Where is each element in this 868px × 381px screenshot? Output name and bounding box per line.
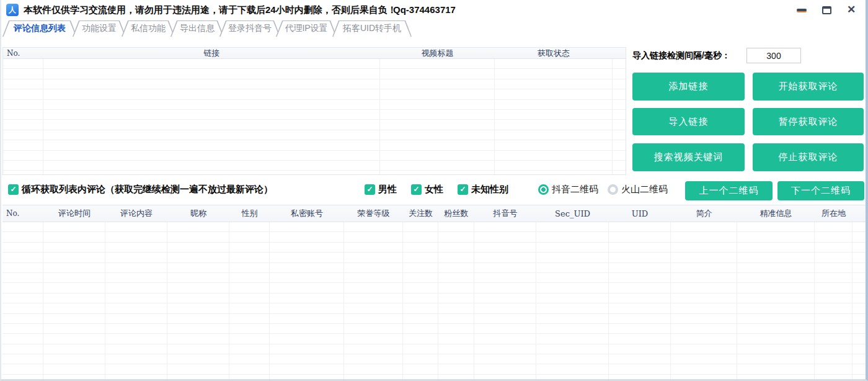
table-cell	[403, 364, 438, 374]
table-cell	[3, 89, 43, 99]
female-checkbox[interactable]: ✓女性	[411, 182, 443, 196]
close-button[interactable]: ✕	[846, 4, 857, 16]
start-fetch-comments-button[interactable]: 开始获取评论	[753, 73, 864, 101]
maximize-button[interactable]	[821, 4, 832, 16]
table-row	[2, 364, 866, 374]
table-row	[3, 151, 626, 161]
table-cell	[613, 120, 626, 129]
table-cell	[536, 263, 609, 272]
table-cell	[167, 344, 229, 354]
table-cell	[536, 253, 609, 262]
table-cell	[2, 344, 43, 354]
table-cell	[229, 222, 270, 231]
table-cell	[270, 364, 344, 374]
table-cell	[105, 354, 167, 364]
table-cell	[43, 151, 380, 160]
table-cell	[815, 375, 852, 379]
checkbox-checked-icon: ✓	[458, 184, 468, 195]
table-cell	[609, 253, 671, 262]
table-cell	[270, 303, 344, 313]
stop-fetch-comments-button[interactable]: 停止获取评论	[753, 143, 864, 171]
tab-label: 功能设置	[73, 20, 126, 37]
table-cell	[380, 140, 495, 150]
table-cell	[671, 354, 737, 364]
huoshan-qr-radio[interactable]: 火山二维码	[608, 182, 668, 196]
table-cell	[474, 283, 536, 292]
table-cell	[105, 253, 167, 262]
table-cell	[167, 354, 229, 364]
column-header: 私密账号	[270, 205, 344, 222]
search-video-keywords-button[interactable]: 搜索视频关键词	[632, 143, 745, 171]
table-cell	[737, 334, 815, 343]
table-cell	[403, 314, 438, 323]
table-cell	[105, 243, 167, 252]
interval-input[interactable]	[746, 48, 801, 63]
table-cell	[270, 324, 344, 333]
tab-comment-info-list[interactable]: 评论信息列表	[2, 20, 77, 37]
import-links-button[interactable]: 导入链接	[632, 108, 745, 135]
table-cell	[495, 120, 613, 129]
tab-export-info[interactable]: 导出信息	[170, 20, 224, 37]
table-row	[2, 324, 866, 334]
table-row	[3, 69, 626, 79]
column-header: Sec_UID	[536, 205, 609, 222]
table-cell	[536, 354, 609, 364]
table-cell	[380, 69, 495, 78]
add-link-button[interactable]: 添加链接	[632, 73, 745, 101]
tab-proxy-ip-settings[interactable]: 代理IP设置	[276, 20, 337, 37]
table-cell	[167, 283, 229, 292]
table-cell	[609, 273, 671, 282]
table-cell	[344, 344, 403, 354]
table-cell	[536, 294, 609, 303]
table-cell	[229, 375, 270, 379]
table-cell	[344, 354, 403, 364]
minimize-button[interactable]	[796, 4, 807, 16]
table-cell	[852, 314, 866, 323]
loop-fetch-comments-checkbox[interactable]: ✓循环获取列表内评论（获取完继续检测一遍不放过最新评论）	[8, 182, 273, 196]
table-row	[2, 273, 866, 283]
table-cell	[671, 324, 737, 333]
tab-function-settings[interactable]: 功能设置	[73, 20, 126, 37]
table-row	[3, 161, 626, 171]
table-cell	[105, 344, 167, 354]
table-cell	[671, 344, 737, 354]
table-cell	[344, 334, 403, 343]
tab-uid-to-phone[interactable]: 拓客UID转手机	[332, 20, 412, 37]
table-cell	[105, 222, 167, 231]
tab-login-douyin-account[interactable]: 登录抖音号	[219, 20, 280, 37]
table-cell	[167, 303, 229, 313]
tab-private-message[interactable]: 私信功能	[122, 20, 175, 37]
pause-fetch-comments-button[interactable]: 暂停获取评论	[753, 108, 864, 135]
table-cell	[438, 324, 474, 333]
table-cell	[270, 294, 344, 303]
table-cell	[43, 161, 380, 170]
table-cell	[167, 263, 229, 272]
unknown-gender-checkbox[interactable]: ✓未知性别	[458, 182, 508, 196]
table-cell	[3, 171, 43, 175]
table-cell	[737, 243, 815, 252]
male-checkbox[interactable]: ✓男性	[365, 182, 397, 196]
table-cell	[609, 314, 671, 323]
douyin-qr-radio[interactable]: 抖音二维码	[538, 182, 598, 196]
table-cell	[474, 273, 536, 282]
table-cell	[270, 222, 344, 231]
table-cell	[229, 273, 270, 282]
table-cell	[403, 253, 438, 262]
table-cell	[43, 253, 105, 262]
table-cell	[474, 232, 536, 241]
table-cell	[852, 283, 866, 292]
column-header: 评论时间	[43, 205, 105, 222]
table-cell	[495, 59, 613, 68]
table-cell	[609, 222, 671, 231]
table-cell	[380, 110, 495, 119]
table-cell	[671, 222, 737, 231]
prev-qr-button[interactable]: 上一个二维码	[685, 181, 773, 200]
table-cell	[737, 354, 815, 364]
next-qr-button[interactable]: 下一个二维码	[777, 181, 864, 200]
option-label: 未知性别	[471, 184, 508, 195]
table-cell	[438, 303, 474, 313]
table-cell	[737, 303, 815, 313]
table-cell	[495, 69, 613, 78]
table-cell	[609, 283, 671, 292]
table-cell	[105, 303, 167, 313]
